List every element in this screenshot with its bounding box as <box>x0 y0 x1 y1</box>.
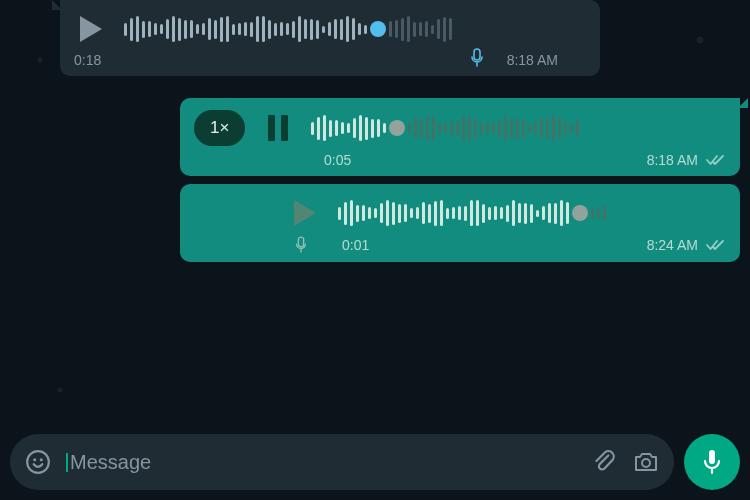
waveform-bar <box>238 23 241 35</box>
waveform-bar <box>425 21 428 37</box>
voice-message-incoming[interactable]: 0:18 8:18 AM <box>60 0 600 76</box>
waveform-bar <box>474 119 477 138</box>
waveform-bar <box>362 205 365 221</box>
waveform-bar <box>130 18 133 41</box>
waveform-bar <box>190 20 193 38</box>
waveform-bar <box>480 122 483 135</box>
text-caret <box>66 453 68 472</box>
waveform-bar <box>426 116 429 141</box>
playback-thumb[interactable] <box>389 120 405 136</box>
waveform-bar <box>232 24 235 35</box>
waveform-bar <box>552 115 555 141</box>
waveform-bar <box>392 202 395 225</box>
emoji-button[interactable] <box>24 448 52 476</box>
play-button[interactable] <box>74 12 108 46</box>
waveform-bar <box>498 120 501 137</box>
waveform-bar <box>462 115 465 141</box>
waveform-bar <box>323 115 326 141</box>
pause-icon <box>268 115 288 141</box>
waveform-bar <box>492 122 495 134</box>
waveform-bar <box>597 209 600 218</box>
waveform-bar <box>428 204 431 223</box>
message-row: 0:18 8:18 AM <box>10 0 740 76</box>
message-input-bar: Message <box>10 434 740 490</box>
waveform-bar <box>450 121 453 135</box>
playback-speed-button[interactable]: 1× <box>194 110 245 146</box>
waveform-bar <box>431 25 434 34</box>
microphone-icon <box>700 448 724 476</box>
waveform-bar <box>341 122 344 134</box>
waveform-bar <box>226 16 229 42</box>
waveform-bar <box>383 123 386 133</box>
waveform-bar <box>322 26 325 33</box>
waveform-bar <box>452 207 455 219</box>
waveform-bar <box>371 119 374 138</box>
waveform-bar <box>528 125 531 132</box>
camera-icon <box>632 450 660 474</box>
waveform-bar <box>536 210 539 217</box>
emoji-icon <box>25 449 51 475</box>
waveform-bar <box>344 202 347 225</box>
waveform-bar <box>603 205 606 221</box>
waveform-bar <box>352 18 355 40</box>
elapsed-time: 0:01 <box>342 237 369 253</box>
waveform-bar <box>494 206 497 220</box>
play-icon <box>80 16 102 42</box>
voice-message-outgoing[interactable]: 1× 0:05 8:18 AM <box>180 98 740 176</box>
waveform-bar <box>408 122 411 134</box>
attach-button[interactable] <box>590 448 618 476</box>
waveform-bar <box>416 207 419 219</box>
camera-button[interactable] <box>632 448 660 476</box>
waveform-bar <box>398 204 401 223</box>
waveform-bar <box>353 118 356 138</box>
waveform-bar <box>558 117 561 139</box>
waveform-bar <box>404 204 407 222</box>
waveform[interactable] <box>311 113 579 143</box>
message-input-field[interactable]: Message <box>10 434 674 490</box>
waveform-bar <box>432 115 435 141</box>
waveform-bar <box>576 120 579 136</box>
waveform-bar <box>534 121 537 135</box>
svg-point-1 <box>33 458 36 461</box>
waveform-bar <box>356 205 359 222</box>
svg-rect-4 <box>709 450 715 464</box>
waveform-bar <box>566 202 569 224</box>
waveform-bar <box>470 200 473 226</box>
waveform-bar <box>347 123 350 133</box>
waveform-bar <box>449 18 452 40</box>
voice-message-outgoing[interactable]: 0:01 8:24 AM <box>180 184 740 262</box>
waveform[interactable] <box>124 14 452 44</box>
waveform-bar <box>530 204 533 223</box>
waveform-bar <box>554 203 557 224</box>
paperclip-icon <box>591 449 617 475</box>
waveform-bar <box>540 118 543 138</box>
waveform-bar <box>142 21 145 38</box>
waveform-bar <box>524 203 527 224</box>
waveform-bar <box>486 121 489 135</box>
chat-scroll-area[interactable]: 0:18 8:18 AM 1× 0:05 8:18 AM <box>0 0 750 500</box>
waveform-bar <box>564 122 567 134</box>
waveform-bar <box>244 22 247 36</box>
waveform[interactable] <box>338 198 606 228</box>
record-voice-button[interactable] <box>684 434 740 490</box>
waveform-bar <box>160 24 163 34</box>
playback-thumb[interactable] <box>370 21 386 37</box>
waveform-bar <box>208 18 211 40</box>
playback-thumb[interactable] <box>572 205 588 221</box>
read-receipt-icon <box>706 238 726 252</box>
waveform-bar <box>546 118 549 139</box>
waveform-bar <box>434 201 437 226</box>
waveform-bar <box>506 205 509 222</box>
waveform-bar <box>317 117 320 140</box>
waveform-bar <box>136 16 139 42</box>
waveform-bar <box>328 22 331 36</box>
waveform-bar <box>274 23 277 36</box>
message-timestamp: 8:24 AM <box>647 237 698 253</box>
waveform-bar <box>512 200 515 226</box>
waveform-bar <box>359 115 362 141</box>
play-button[interactable] <box>288 196 322 230</box>
elapsed-time: 0:18 <box>74 52 101 68</box>
playback-speed-label: 1× <box>210 118 229 137</box>
pause-button[interactable] <box>261 111 295 145</box>
waveform-bar <box>422 202 425 224</box>
